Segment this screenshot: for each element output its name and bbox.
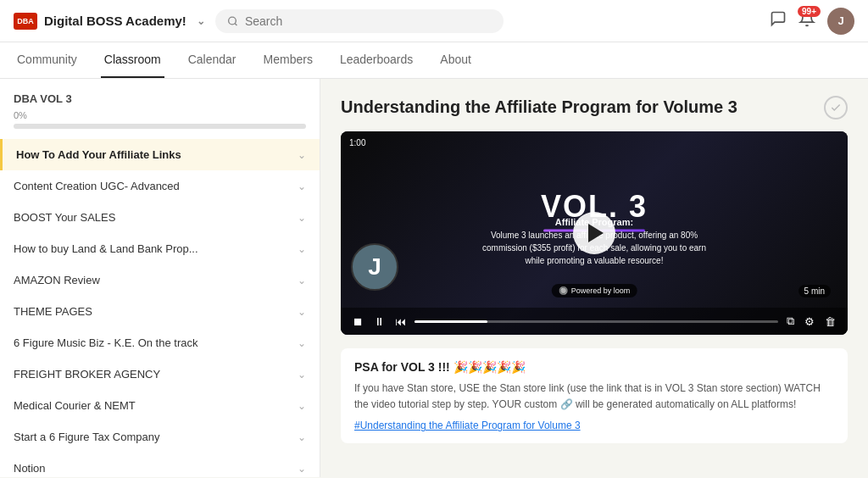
search-bar[interactable] — [215, 9, 504, 33]
psa-card: PSA for VOL 3 !!! 🎉🎉🎉🎉🎉 If you have Stan… — [341, 348, 848, 443]
nav-about[interactable]: About — [437, 42, 475, 78]
brand-logo[interactable]: DBA Digital BOSS Academy! ⌄ — [14, 13, 205, 30]
sidebar-section-title: DBA VOL 3 — [0, 92, 320, 110]
search-icon — [227, 15, 238, 27]
chevron-icon-4: ⌄ — [298, 275, 306, 286]
course-label-7: FREIGHT BROKER AGENCY — [14, 368, 298, 381]
chevron-icon-6: ⌄ — [298, 337, 306, 349]
pause-button[interactable]: ⏸ — [372, 314, 387, 330]
progress-label: 0% — [14, 110, 306, 120]
chevron-icon-9: ⌄ — [298, 431, 306, 443]
settings-button[interactable]: ⚙ — [803, 314, 816, 330]
trash-button[interactable]: 🗑 — [823, 314, 837, 330]
chevron-icon-10: ⌄ — [298, 463, 306, 475]
nav-members[interactable]: Members — [260, 42, 316, 78]
nav-community[interactable]: Community — [14, 42, 81, 78]
course-item-7[interactable]: FREIGHT BROKER AGENCY ⌄ — [0, 358, 320, 390]
psa-title: PSA for VOL 3 !!! 🎉🎉🎉🎉🎉 — [354, 360, 834, 374]
course-item-3[interactable]: How to buy Land & Land Bank Prop... ⌄ — [0, 233, 320, 264]
chat-icon — [770, 10, 787, 27]
svg-point-0 — [228, 17, 236, 25]
chevron-icon-1: ⌄ — [298, 181, 306, 192]
chevron-icon-7: ⌄ — [298, 369, 306, 381]
avatar-j-letter: J — [351, 243, 398, 291]
video-title-row: Understanding the Affiliate Program for … — [341, 96, 848, 119]
duration-badge: 5 min — [798, 285, 831, 297]
main-nav: Community Classroom Calendar Members Lea… — [0, 42, 868, 79]
course-item-6[interactable]: 6 Figure Music Biz - K.E. On the track ⌄ — [0, 327, 320, 358]
psa-link[interactable]: #Understanding the Affiliate Program for… — [354, 420, 834, 431]
course-label-0: How To Add Your Affiliate Links — [16, 148, 298, 161]
video-timestamp: 1:00 — [349, 138, 365, 147]
chevron-icon-8: ⌄ — [298, 400, 306, 412]
course-label-2: BOOST Your SALES — [14, 211, 298, 224]
sidebar: DBA VOL 3 0% How To Add Your Affiliate L… — [0, 79, 320, 477]
complete-check[interactable] — [824, 96, 848, 119]
nav-leaderboards[interactable]: Leaderboards — [337, 42, 416, 78]
search-input[interactable] — [245, 14, 492, 28]
check-icon — [830, 102, 842, 114]
topbar-right: 99+ J — [770, 8, 854, 35]
video-controls: ⏹ ⏸ ⏮ ⧉ ⚙ 🗑 — [341, 308, 848, 335]
course-item-10[interactable]: Notion ⌄ — [0, 453, 320, 477]
chevron-icon-5: ⌄ — [298, 306, 306, 318]
video-title: Understanding the Affiliate Program for … — [341, 96, 737, 118]
course-label-4: AMAZON Review — [14, 274, 298, 286]
svg-line-1 — [235, 23, 236, 25]
progress-bar-wrap: 0% — [0, 110, 320, 139]
course-item-1[interactable]: Content Creation UGC- Advanced ⌄ — [0, 170, 320, 202]
pip-button[interactable]: ⧉ — [785, 313, 796, 330]
chevron-icon-2: ⌄ — [298, 212, 306, 224]
chevron-icon-3: ⌄ — [298, 243, 306, 255]
course-item-2[interactable]: BOOST Your SALES ⌄ — [0, 202, 320, 233]
course-item-0[interactable]: How To Add Your Affiliate Links ⌄ — [0, 139, 320, 170]
nav-calendar[interactable]: Calendar — [185, 42, 240, 78]
video-player[interactable]: 1:00 VOL. 3 Affiliate Program: Volume 3 … — [341, 131, 848, 335]
course-item-8[interactable]: Medical Courier & NEMT ⌄ — [0, 390, 320, 421]
psa-body: If you have Stan store, USE the Stan sto… — [354, 381, 834, 413]
chevron-icon-0: ⌄ — [298, 149, 306, 161]
stop-button[interactable]: ⏹ — [351, 314, 365, 330]
nav-classroom[interactable]: Classroom — [101, 42, 164, 78]
course-label-10: Notion — [14, 462, 298, 475]
course-item-4[interactable]: AMAZON Review ⌄ — [0, 264, 320, 296]
brand-name: Digital BOSS Academy! — [44, 14, 186, 28]
rewind-button[interactable]: ⏮ — [393, 314, 408, 330]
course-item-9[interactable]: Start a 6 Figure Tax Company ⌄ — [0, 421, 320, 453]
notification-badge: 99+ — [798, 6, 821, 17]
brand-icon: DBA — [14, 13, 37, 30]
avatar[interactable]: J — [827, 8, 854, 35]
topbar: DBA Digital BOSS Academy! ⌄ 99+ J — [0, 0, 868, 42]
main-layout: DBA VOL 3 0% How To Add Your Affiliate L… — [0, 79, 868, 477]
main-content: Understanding the Affiliate Program for … — [320, 79, 868, 477]
course-item-5[interactable]: THEME PAGES ⌄ — [0, 296, 320, 327]
chevron-down-icon: ⌄ — [197, 15, 205, 27]
speaker-avatar: J — [351, 243, 398, 291]
progress-played — [415, 320, 487, 323]
chat-button[interactable] — [770, 10, 787, 31]
loom-badge: 🔘 Powered by loom — [552, 284, 637, 297]
notification-button[interactable]: 99+ — [798, 10, 815, 31]
progress-track[interactable] — [415, 320, 778, 323]
course-label-3: How to buy Land & Land Bank Prop... — [14, 242, 298, 255]
course-label-9: Start a 6 Figure Tax Company — [14, 431, 298, 443]
course-label-1: Content Creation UGC- Advanced — [14, 180, 298, 192]
course-label-6: 6 Figure Music Biz - K.E. On the track — [14, 336, 298, 349]
play-button[interactable] — [573, 212, 615, 254]
course-label-8: Medical Courier & NEMT — [14, 399, 298, 412]
course-label-5: THEME PAGES — [14, 305, 298, 318]
progress-bar — [14, 124, 306, 129]
